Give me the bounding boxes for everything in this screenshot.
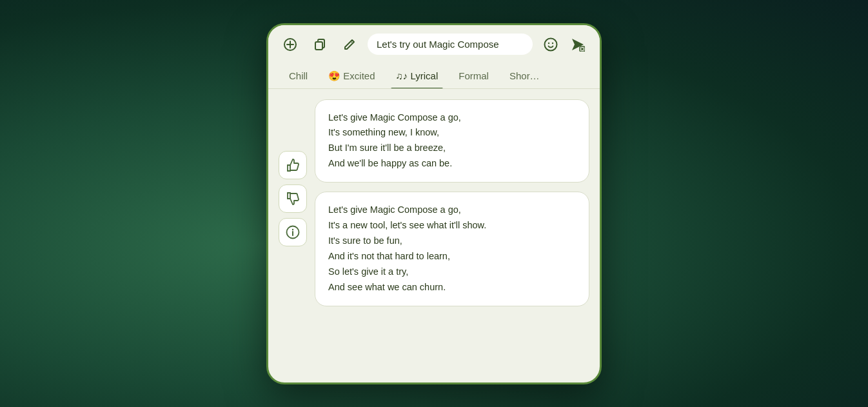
message-2-line-1: Let's give Magic Compose a go,	[328, 203, 576, 218]
compose-input[interactable]	[377, 39, 524, 50]
tab-short[interactable]: Shor…	[499, 64, 550, 88]
svg-point-6	[552, 42, 553, 43]
message-2-line-4: And it's not that hard to learn,	[328, 249, 576, 264]
message-2-line-2: It's a new tool, let's see what it'll sh…	[328, 218, 576, 233]
edit-button[interactable]	[338, 33, 361, 56]
message-1-line-4: And we'll be happy as can be.	[328, 156, 576, 172]
message-1-line-3: But I'm sure it'll be a breeze,	[328, 141, 576, 156]
svg-rect-3	[315, 42, 322, 50]
side-actions	[279, 99, 307, 372]
tab-lyrical[interactable]: ♫♪ Lyrical	[386, 64, 449, 88]
toolbar	[268, 25, 600, 64]
content-area: Let's give Magic Compose a go, It's some…	[268, 89, 600, 382]
message-1: Let's give Magic Compose a go, It's some…	[315, 99, 589, 183]
thumbs-down-button[interactable]	[279, 184, 307, 213]
message-2-line-6: And see what we can churn.	[328, 280, 576, 295]
emoji-button[interactable]	[539, 33, 562, 56]
svg-point-19	[292, 228, 293, 230]
message-2-line-5: So let's give it a try,	[328, 264, 576, 280]
thumbs-up-button[interactable]	[279, 151, 307, 179]
message-2: Let's give Magic Compose a go, It's a ne…	[315, 192, 589, 306]
tab-formal[interactable]: Formal	[448, 64, 499, 88]
messages-list: Let's give Magic Compose a go, It's some…	[315, 99, 589, 372]
message-2-line-3: It's sure to be fun,	[328, 233, 576, 249]
toolbar-right	[539, 33, 589, 56]
message-1-line-2: It's something new, I know,	[328, 125, 576, 141]
copy-button[interactable]	[308, 33, 331, 56]
message-1-line-1: Let's give Magic Compose a go,	[328, 110, 576, 126]
send-button[interactable]	[566, 33, 589, 56]
svg-point-4	[545, 38, 557, 50]
tab-excited[interactable]: 😍 Excited	[318, 64, 385, 88]
info-button[interactable]	[279, 218, 307, 246]
tabs-bar: Chill 😍 Excited ♫♪ Lyrical Formal Shor…	[268, 64, 600, 89]
tab-chill[interactable]: Chill	[279, 64, 318, 88]
magic-compose-widget: Chill 😍 Excited ♫♪ Lyrical Formal Shor…	[266, 23, 602, 384]
compose-input-wrap	[368, 34, 533, 55]
add-button[interactable]	[279, 33, 302, 56]
svg-point-5	[548, 42, 549, 43]
